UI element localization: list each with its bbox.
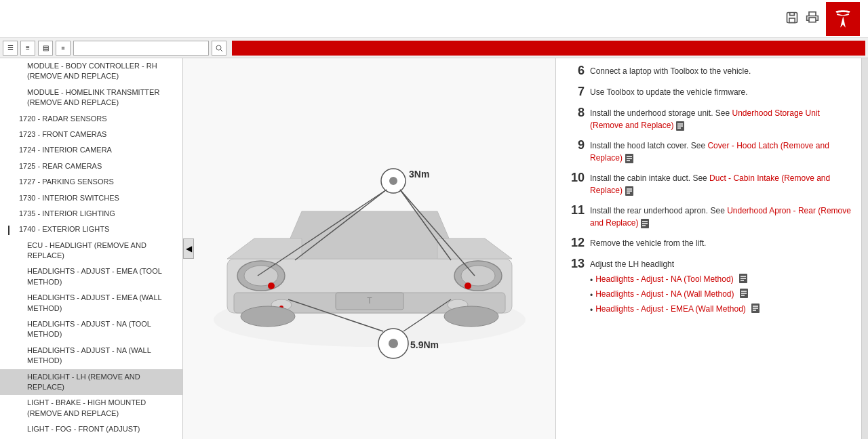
- doc-icon: [739, 288, 749, 299]
- sidebar-item-ecu-headlight[interactable]: ECU - HEADLIGHT (REMOVE AND REPLACE): [0, 238, 182, 264]
- sub-bullet: •: [590, 304, 593, 316]
- sidebar-item-label: 1724 - INTERIOR CAMERA: [19, 145, 177, 155]
- step-content-11: Install the rear underhood apron. See Un…: [590, 203, 853, 229]
- toolbar-btn-2[interactable]: ≡: [20, 41, 35, 56]
- scroll-track[interactable]: [861, 58, 868, 439]
- svg-text:T: T: [367, 296, 372, 306]
- step-number-6: 6: [564, 64, 585, 78]
- collapse-arrow[interactable]: ◀: [183, 238, 194, 259]
- step-text: Connect a laptop with Toolbox to the veh…: [590, 66, 751, 76]
- bullet-filled: [8, 194, 15, 201]
- bullet-none: [16, 294, 23, 301]
- bullet-none: [16, 347, 23, 354]
- instruction-row-11: 11Install the rear underhood apron. See …: [564, 203, 853, 229]
- sidebar-item-1725[interactable]: 1725 - REAR CAMERAS: [0, 159, 182, 174]
- step-text: Remove the vehicle from the lift.: [590, 238, 706, 248]
- step-number-7: 7: [564, 85, 585, 99]
- svg-point-11: [461, 266, 495, 286]
- svg-text:5.9Nm: 5.9Nm: [410, 339, 439, 350]
- sidebar-item-module-body[interactable]: MODULE - BODY CONTROLLER - RH (REMOVE AN…: [0, 58, 182, 85]
- step-content-9: Install the hood latch cover. See Cover …: [590, 138, 853, 164]
- doc-icon: [738, 273, 748, 284]
- sidebar-item-label: MODULE - HOMELINK TRANSMITTER (REMOVE AN…: [27, 87, 177, 108]
- sidebar-item-1727[interactable]: 1727 - PARKING SENSORS: [0, 174, 182, 190]
- svg-point-19: [241, 306, 295, 327]
- svg-line-3: [220, 49, 222, 51]
- tesla-logo: [826, 2, 860, 36]
- sidebar-item-1723[interactable]: 1723 - FRONT CAMERAS: [0, 127, 182, 142]
- sidebar-item-module-homelink[interactable]: MODULE - HOMELINK TRANSMITTER (REMOVE AN…: [0, 85, 182, 111]
- sidebar-item-label: HEADLIGHT - LH (REMOVE AND REPLACE): [27, 372, 177, 393]
- print-icon[interactable]: [806, 11, 819, 27]
- svg-point-20: [444, 306, 498, 327]
- svg-rect-1: [809, 18, 816, 22]
- step-content-10: Install the cabin intake duct. See Duct …: [590, 171, 853, 196]
- bullet-none: [16, 320, 23, 327]
- step-text: Use Toolbox to update the vehicle firmwa…: [590, 87, 748, 97]
- bullet-filled: [8, 146, 15, 153]
- toolbar-btn-4[interactable]: ≡: [56, 41, 71, 56]
- sidebar-list: MODULE - BODY CONTROLLER - RH (REMOVE AN…: [0, 58, 182, 439]
- bullet-none: [16, 242, 23, 249]
- sub-link-0[interactable]: Headlights - Adjust - NA (Tool Method): [595, 273, 733, 285]
- step-sub-item-2: • Headlights - Adjust - EMEA (Wall Metho…: [590, 303, 853, 316]
- sidebar-item-1724[interactable]: 1724 - INTERIOR CAMERA: [0, 142, 182, 158]
- toolbar-btn-3[interactable]: ▤: [38, 41, 53, 56]
- car-diagram-svg: T: [186, 137, 553, 360]
- toolbar-btn-1[interactable]: ☰: [3, 41, 18, 56]
- step-number-12: 12: [564, 236, 585, 250]
- doc-icon: [625, 186, 634, 196]
- step-sub-item-0: • Headlights - Adjust - NA (Tool Method): [590, 273, 853, 287]
- toolbar: ☰ ≡ ▤ ≡: [0, 38, 868, 58]
- step-number-13: 13: [564, 257, 585, 271]
- instruction-row-10: 10Install the cabin intake duct. See Duc…: [564, 171, 853, 196]
- svg-point-8: [244, 266, 278, 286]
- instruction-row-6: 6Connect a laptop with Toolbox to the ve…: [564, 64, 853, 78]
- step-content-6: Connect a laptop with Toolbox to the veh…: [590, 64, 853, 77]
- step-number-9: 9: [564, 138, 585, 152]
- sidebar-item-label: 1735 - INTERIOR LIGHTING: [19, 209, 177, 219]
- instructions-panel: 6Connect a laptop with Toolbox to the ve…: [556, 58, 861, 439]
- save-icon[interactable]: [785, 11, 799, 27]
- bullet-filled: [8, 163, 15, 169]
- sidebar-item-1740[interactable]: 1740 - EXTERIOR LIGHTS: [0, 222, 182, 237]
- doc-icon: [751, 303, 760, 314]
- step-content-12: Remove the vehicle from the lift.: [590, 236, 853, 249]
- sidebar-item-label: 1727 - PARKING SENSORS: [19, 177, 177, 187]
- sidebar-item-label: LIGHT - FOG - FRONT (ADJUST): [27, 424, 177, 434]
- sidebar-item-headlight-lh[interactable]: HEADLIGHT - LH (REMOVE AND REPLACE): [0, 369, 182, 396]
- sidebar-item-headlights-emea-tool[interactable]: HEADLIGHTS - ADJUST - EMEA (TOOL METHOD): [0, 264, 182, 290]
- step-number-11: 11: [564, 203, 585, 217]
- instruction-row-12: 12Remove the vehicle from the lift.: [564, 236, 853, 250]
- sidebar-item-light-brake[interactable]: LIGHT - BRAKE - HIGH MOUNTED (REMOVE AND…: [0, 395, 182, 421]
- header: [0, 0, 868, 38]
- sidebar-item-label: HEADLIGHTS - ADJUST - EMEA (WALL METHOD): [27, 293, 177, 314]
- sidebar-item-label: 1725 - REAR CAMERAS: [19, 161, 177, 171]
- sidebar-item-headlights-emea-wall[interactable]: HEADLIGHTS - ADJUST - EMEA (WALL METHOD): [0, 290, 182, 316]
- sub-link-1[interactable]: Headlights - Adjust - NA (Wall Method): [595, 288, 734, 300]
- sidebar-item-label: LIGHT - BRAKE - HIGH MOUNTED (REMOVE AND…: [27, 398, 177, 419]
- sidebar-item-1730[interactable]: 1730 - INTERIOR SWITCHES: [0, 190, 182, 206]
- sidebar-item-light-fog-front[interactable]: LIGHT - FOG - FRONT (ADJUST): [0, 421, 182, 437]
- svg-point-28: [389, 339, 398, 348]
- sidebar-item-headlights-na-tool[interactable]: HEADLIGHTS - ADJUST - NA (TOOL METHOD): [0, 316, 182, 343]
- sidebar-item-1735[interactable]: 1735 - INTERIOR LIGHTING: [0, 206, 182, 222]
- sub-link-2[interactable]: Headlights - Adjust - EMEA (Wall Method): [595, 303, 746, 315]
- svg-point-22: [389, 177, 397, 185]
- search-input[interactable]: [73, 41, 209, 56]
- sidebar-item-headlights-na-wall[interactable]: HEADLIGHTS - ADJUST - NA (WALL METHOD): [0, 343, 182, 369]
- bullet-none: [16, 425, 23, 432]
- bullet-filled: [8, 210, 15, 217]
- sidebar-item-label: 1723 - FRONT CAMERAS: [19, 129, 177, 140]
- step-text: Install the underhood storage unit. See: [590, 108, 732, 118]
- page-title-bar: [232, 41, 865, 56]
- search-button[interactable]: [212, 41, 226, 56]
- instructions-list: 6Connect a laptop with Toolbox to the ve…: [564, 64, 853, 318]
- sidebar-item-label: 1740 - EXTERIOR LIGHTS: [19, 224, 177, 234]
- sub-bullet: •: [590, 274, 593, 287]
- svg-point-9: [268, 283, 275, 289]
- bullet-filled: [8, 178, 15, 185]
- step-content-13: Adjust the LH headlight • Headlights - A…: [590, 257, 853, 318]
- sidebar-item-1720[interactable]: 1720 - RADAR SENSORS: [0, 111, 182, 127]
- svg-point-12: [465, 283, 471, 289]
